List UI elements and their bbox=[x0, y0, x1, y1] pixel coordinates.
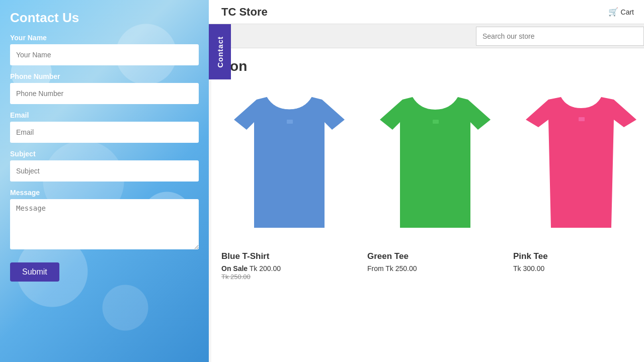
product-card-green: Green Tee From Tk 250.00 bbox=[367, 84, 503, 281]
name-input[interactable] bbox=[10, 44, 199, 65]
sale-price-blue: Tk 200.00 bbox=[250, 264, 281, 273]
product-price-green: From Tk 250.00 bbox=[367, 264, 503, 273]
contact-tab-label: Contact bbox=[216, 36, 224, 68]
tshirt-svg-green bbox=[375, 92, 496, 238]
original-price-blue: Tk 250.00 bbox=[221, 273, 251, 281]
subject-label: Subject bbox=[10, 150, 199, 158]
contact-title: Contact Us bbox=[10, 10, 199, 26]
svg-rect-0 bbox=[287, 120, 293, 124]
contact-panel: Contact Us Your Name Phone Number Email … bbox=[0, 0, 209, 362]
search-input[interactable] bbox=[476, 27, 644, 46]
product-name-green: Green Tee bbox=[367, 251, 503, 261]
form-group-subject: Subject bbox=[10, 150, 199, 182]
product-price-blue: On Sale Tk 200.00 Tk 250.00 bbox=[221, 264, 357, 281]
product-name-pink: Pink Tee bbox=[513, 251, 644, 261]
tshirt-svg-blue bbox=[229, 92, 350, 238]
product-image-blue bbox=[221, 84, 357, 245]
message-textarea[interactable] bbox=[10, 199, 199, 249]
phone-label: Phone Number bbox=[10, 72, 199, 80]
subject-input[interactable] bbox=[10, 160, 199, 182]
form-group-name: Your Name bbox=[10, 34, 199, 65]
message-label: Message bbox=[10, 189, 199, 197]
submit-button[interactable]: Submit bbox=[10, 262, 59, 282]
name-label: Your Name bbox=[10, 34, 199, 42]
product-name-blue: Blue T-Shirt bbox=[221, 251, 357, 261]
form-group-message: Message bbox=[10, 189, 199, 251]
tshirt-svg-pink bbox=[521, 92, 641, 238]
products-grid: Blue T-Shirt On Sale Tk 200.00 Tk 250.00… bbox=[221, 84, 634, 281]
cart-icon: 🛒 bbox=[608, 7, 618, 17]
product-card-blue: Blue T-Shirt On Sale Tk 200.00 Tk 250.00 bbox=[221, 84, 357, 281]
product-image-pink bbox=[513, 84, 644, 245]
svg-rect-2 bbox=[579, 117, 585, 121]
site-logo: TC Store bbox=[221, 6, 608, 19]
section-title: tion bbox=[221, 58, 634, 74]
email-input[interactable] bbox=[10, 122, 199, 143]
main-content: tion Blue T-Shirt bbox=[211, 48, 644, 362]
form-group-phone: Phone Number bbox=[10, 72, 199, 104]
phone-input[interactable] bbox=[10, 83, 199, 104]
form-group-email: Email bbox=[10, 111, 199, 143]
search-box bbox=[476, 24, 644, 48]
cart-button[interactable]: 🛒 Cart bbox=[608, 7, 634, 17]
sale-label-blue: On Sale bbox=[221, 264, 248, 273]
svg-rect-1 bbox=[433, 120, 439, 124]
cart-label: Cart bbox=[621, 8, 634, 16]
product-price-pink: Tk 300.00 bbox=[513, 264, 644, 273]
email-label: Email bbox=[10, 111, 199, 119]
product-image-green bbox=[367, 84, 503, 245]
product-card-pink: Pink Tee Tk 300.00 bbox=[513, 84, 644, 281]
contact-tab[interactable]: Contact bbox=[209, 24, 231, 79]
